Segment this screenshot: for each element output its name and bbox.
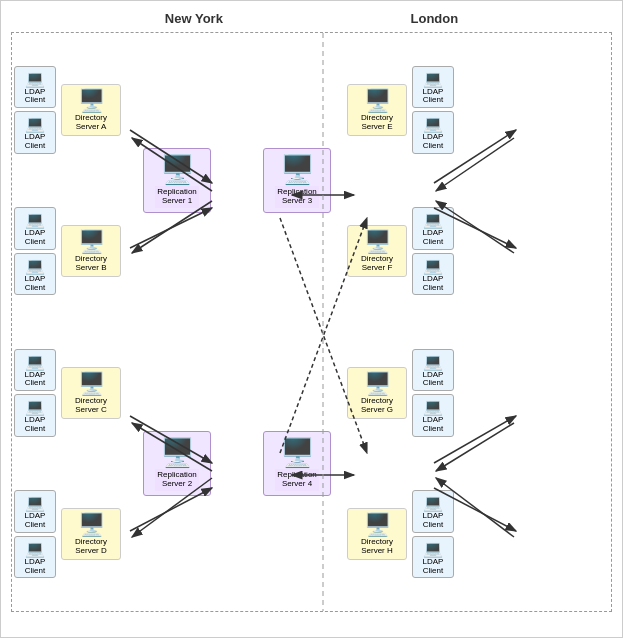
ldap-client: 💻 LDAP Client [412, 394, 454, 437]
ldap-b-group: 💻 LDAP Client 💻 LDAP Client [14, 207, 56, 295]
right-rep-servers-col: 🖥️ Replication Server 3 🖥️ Replication S… [252, 33, 342, 611]
ldap-label: LDAP Client [25, 275, 46, 293]
ldap-label: LDAP Client [25, 371, 46, 389]
ldap-label: LDAP Client [25, 229, 46, 247]
region-headers: New York London [11, 11, 612, 26]
server-icon: 🖥️ [364, 371, 391, 397]
ds-b-group: 💻 LDAP Client 💻 LDAP Client 🖥️ Directory… [14, 207, 130, 295]
laptop-icon: 💻 [423, 256, 443, 275]
server-icon: 🖥️ [78, 371, 105, 397]
dir-server-e-label: Directory Server E [361, 114, 393, 132]
dir-server-c-label: Directory Server C [75, 397, 107, 415]
laptop-icon: 💻 [423, 539, 443, 558]
laptop-icon: 💻 [25, 352, 45, 371]
laptop-icon: 💻 [423, 210, 443, 229]
ds-e-group: 🖥️ Directory Server E 💻 LDAP Client 💻 LD… [344, 66, 460, 154]
ldap-client: 💻 LDAP Client [412, 349, 454, 392]
ldap-label: LDAP Client [423, 371, 444, 389]
rep-server-3: 🖥️ Replication Server 3 [263, 148, 331, 213]
ldap-label: LDAP Client [423, 133, 444, 151]
ds-h-group: 🖥️ Directory Server H 💻 LDAP Client 💻 LD… [344, 490, 460, 578]
server-icon: 🖥️ [364, 512, 391, 538]
ldap-label: LDAP Client [25, 133, 46, 151]
ldap-label: LDAP Client [25, 88, 46, 106]
ldap-client: 💻 LDAP Client [412, 111, 454, 154]
ldap-label: LDAP Client [25, 416, 46, 434]
dir-server-b-label: Directory Server B [75, 255, 107, 273]
ldap-label: LDAP Client [423, 88, 444, 106]
ldap-client: 💻 LDAP Client [14, 394, 56, 437]
ldap-f-group: 💻 LDAP Client 💻 LDAP Client [412, 207, 454, 295]
rep-server-1: 🖥️ Replication Server 1 [143, 148, 211, 213]
ldap-g-group: 💻 LDAP Client 💻 LDAP Client [412, 349, 454, 437]
ldap-label: LDAP Client [423, 229, 444, 247]
ldap-client: 💻 LDAP Client [14, 111, 56, 154]
laptop-icon: 💻 [25, 539, 45, 558]
ldap-h-group: 💻 LDAP Client 💻 LDAP Client [412, 490, 454, 578]
laptop-icon: 💻 [423, 69, 443, 88]
left-dir-servers-col: 💻 LDAP Client 💻 LDAP Client 🖥️ Directory… [12, 33, 132, 611]
laptop-icon: 💻 [25, 397, 45, 416]
ds-f-group: 🖥️ Directory Server F 💻 LDAP Client 💻 LD… [344, 207, 460, 295]
rep-server-icon: 🖥️ [280, 436, 315, 469]
server-icon: 🖥️ [364, 88, 391, 114]
ldap-client: 💻 LDAP Client [412, 253, 454, 296]
dir-server-d: 🖥️ Directory Server D [61, 508, 121, 560]
rep-server-3-label: Replication Server 3 [275, 186, 319, 208]
london-label: London [411, 11, 459, 26]
ds-d-group: 💻 LDAP Client 💻 LDAP Client 🖥️ Directory… [14, 490, 130, 578]
ldap-label: LDAP Client [25, 512, 46, 530]
dir-server-d-label: Directory Server D [75, 538, 107, 556]
laptop-icon: 💻 [423, 397, 443, 416]
dir-server-h-label: Directory Server H [361, 538, 393, 556]
laptop-icon: 💻 [423, 493, 443, 512]
ldap-label: LDAP Client [423, 416, 444, 434]
new-york-label: New York [165, 11, 223, 26]
dir-server-g-label: Directory Server G [361, 397, 393, 415]
ldap-client: 💻 LDAP Client [14, 349, 56, 392]
rep-server-icon: 🖥️ [160, 436, 195, 469]
ds-c-group: 💻 LDAP Client 💻 LDAP Client 🖥️ Directory… [14, 349, 130, 437]
dir-server-e: 🖥️ Directory Server E [347, 84, 407, 136]
server-icon: 🖥️ [78, 229, 105, 255]
ldap-e-group: 💻 LDAP Client 💻 LDAP Client [412, 66, 454, 154]
ds-a-group: 💻 LDAP Client 💻 LDAP Client 🖥️ Directory… [14, 66, 130, 154]
ldap-client: 💻 LDAP Client [14, 490, 56, 533]
dir-server-b: 🖥️ Directory Server B [61, 225, 121, 277]
laptop-icon: 💻 [423, 352, 443, 371]
full-diagram: 💻 LDAP Client 💻 LDAP Client 🖥️ Directory… [11, 32, 612, 612]
ds-g-group: 🖥️ Directory Server G 💻 LDAP Client 💻 LD… [344, 349, 460, 437]
rep-server-icon: 🖥️ [160, 153, 195, 186]
dir-server-g: 🖥️ Directory Server G [347, 367, 407, 419]
left-rep-servers-col: 🖥️ Replication Server 1 🖥️ Replication S… [132, 33, 222, 611]
ldap-label: LDAP Client [423, 558, 444, 576]
laptop-icon: 💻 [423, 114, 443, 133]
dir-server-c: 🖥️ Directory Server C [61, 367, 121, 419]
ldap-label: LDAP Client [423, 275, 444, 293]
laptop-icon: 💻 [25, 210, 45, 229]
ldap-client: 💻 LDAP Client [412, 490, 454, 533]
ldap-a-group: 💻 LDAP Client 💻 LDAP Client [14, 66, 56, 154]
ldap-client: 💻 LDAP Client [14, 207, 56, 250]
right-dir-servers-col: 🖥️ Directory Server E 💻 LDAP Client 💻 LD… [342, 33, 462, 611]
ldap-client: 💻 LDAP Client [14, 536, 56, 579]
server-icon: 🖥️ [78, 88, 105, 114]
dir-server-a: 🖥️ Directory Server A [61, 84, 121, 136]
server-icon: 🖥️ [78, 512, 105, 538]
ldap-client: 💻 LDAP Client [14, 66, 56, 109]
ldap-d-group: 💻 LDAP Client 💻 LDAP Client [14, 490, 56, 578]
dir-server-f-label: Directory Server F [361, 255, 393, 273]
dir-server-f: 🖥️ Directory Server F [347, 225, 407, 277]
ldap-client: 💻 LDAP Client [412, 536, 454, 579]
dir-server-a-label: Directory Server A [75, 114, 107, 132]
laptop-icon: 💻 [25, 493, 45, 512]
ldap-client: 💻 LDAP Client [412, 207, 454, 250]
server-icon: 🖥️ [364, 229, 391, 255]
rep-server-2-label: Replication Server 2 [155, 469, 199, 491]
rep-server-1-label: Replication Server 1 [155, 186, 199, 208]
ldap-c-group: 💻 LDAP Client 💻 LDAP Client [14, 349, 56, 437]
ldap-label: LDAP Client [423, 512, 444, 530]
laptop-icon: 💻 [25, 256, 45, 275]
main-container: New York London [0, 0, 623, 638]
laptop-icon: 💻 [25, 114, 45, 133]
